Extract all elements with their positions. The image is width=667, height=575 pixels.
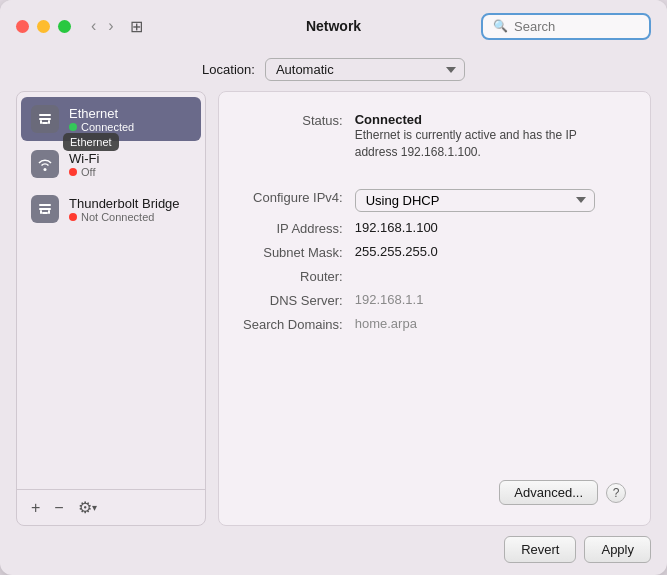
info-grid: Status: Connected Ethernet is currently …	[243, 112, 626, 332]
content-area: Ethernet Connected Ethernet	[0, 91, 667, 526]
location-bar: Location: Automatic Home Work	[0, 52, 667, 91]
thunderbolt-text: Thunderbolt Bridge Not Connected	[69, 196, 180, 223]
subnet-value: 255.255.255.0	[355, 244, 626, 259]
configure-row: Using DHCP Manually Using BOOTP	[355, 189, 626, 212]
thunderbolt-status-dot	[69, 213, 77, 221]
bottom-bar: Revert Apply	[0, 526, 667, 575]
configure-ipv4-select[interactable]: Using DHCP Manually Using BOOTP	[355, 189, 595, 212]
panel-bottom-row: Advanced... ?	[243, 480, 626, 505]
subnet-label: Subnet Mask:	[243, 244, 343, 260]
dns-label: DNS Server:	[243, 292, 343, 308]
status-description: Ethernet is currently active and has the…	[355, 128, 577, 159]
help-button[interactable]: ?	[606, 483, 626, 503]
gear-dropdown-button[interactable]: ⚙ ▾	[72, 496, 103, 519]
svg-rect-5	[39, 204, 51, 206]
status-label: Status:	[243, 112, 343, 128]
close-button[interactable]	[16, 20, 29, 33]
ethernet-icon	[31, 105, 59, 133]
svg-rect-1	[39, 118, 51, 120]
sidebar-item-ethernet[interactable]: Ethernet Connected Ethernet	[21, 97, 201, 141]
back-button[interactable]: ‹	[87, 15, 100, 37]
sidebar-list: Ethernet Connected Ethernet	[17, 92, 205, 489]
window-title: Network	[306, 18, 361, 34]
ethernet-status-dot	[69, 123, 77, 131]
svg-rect-9	[48, 210, 50, 214]
main-spacer	[243, 332, 626, 480]
search-box: 🔍	[481, 13, 651, 40]
add-network-button[interactable]: +	[25, 497, 46, 519]
thunderbolt-status: Not Connected	[69, 211, 180, 223]
ethernet-tooltip: Ethernet	[63, 133, 119, 151]
thunderbolt-name: Thunderbolt Bridge	[69, 196, 180, 211]
sidebar-footer: + − ⚙ ▾	[17, 489, 205, 525]
domains-label: Search Domains:	[243, 316, 343, 332]
sidebar: Ethernet Connected Ethernet	[16, 91, 206, 526]
svg-rect-3	[40, 120, 42, 124]
svg-rect-8	[40, 210, 42, 214]
remove-network-button[interactable]: −	[48, 497, 69, 519]
domains-value: home.arpa	[355, 316, 626, 331]
search-icon: 🔍	[493, 19, 508, 33]
gear-icon: ⚙	[78, 498, 92, 517]
router-label: Router:	[243, 268, 343, 284]
chevron-down-icon: ▾	[92, 502, 97, 513]
main-window: ‹ › ⊞ Network 🔍 Location: Automatic Home…	[0, 0, 667, 575]
svg-rect-2	[42, 122, 48, 124]
ethernet-name: Ethernet	[69, 106, 134, 121]
advanced-button[interactable]: Advanced...	[499, 480, 598, 505]
svg-rect-4	[48, 120, 50, 124]
minimize-button[interactable]	[37, 20, 50, 33]
sidebar-item-thunderbolt[interactable]: Thunderbolt Bridge Not Connected	[21, 187, 201, 231]
svg-rect-0	[39, 114, 51, 116]
nav-buttons: ‹ ›	[87, 15, 118, 37]
search-input[interactable]	[514, 19, 639, 34]
svg-rect-6	[39, 208, 51, 210]
spacer-1	[243, 169, 626, 181]
ethernet-text: Ethernet Connected	[69, 106, 134, 133]
location-select[interactable]: Automatic Home Work	[265, 58, 465, 81]
location-label: Location:	[202, 62, 255, 77]
svg-rect-7	[42, 212, 48, 214]
wifi-name: Wi-Fi	[69, 151, 99, 166]
apply-button[interactable]: Apply	[584, 536, 651, 563]
wifi-text: Wi-Fi Off	[69, 151, 99, 178]
ethernet-status: Connected	[69, 121, 134, 133]
ip-value: 192.168.1.100	[355, 220, 626, 235]
wifi-icon	[31, 150, 59, 178]
status-value-container: Connected Ethernet is currently active a…	[355, 112, 626, 161]
wifi-status: Off	[69, 166, 99, 178]
revert-button[interactable]: Revert	[504, 536, 576, 563]
dns-value: 192.168.1.1	[355, 292, 626, 307]
status-value: Connected	[355, 112, 422, 127]
thunderbolt-icon	[31, 195, 59, 223]
wifi-status-dot	[69, 168, 77, 176]
window-controls	[16, 20, 71, 33]
configure-label: Configure IPv4:	[243, 189, 343, 205]
grid-icon[interactable]: ⊞	[130, 17, 143, 36]
main-panel: Status: Connected Ethernet is currently …	[218, 91, 651, 526]
forward-button[interactable]: ›	[104, 15, 117, 37]
ip-label: IP Address:	[243, 220, 343, 236]
maximize-button[interactable]	[58, 20, 71, 33]
titlebar: ‹ › ⊞ Network 🔍	[0, 0, 667, 52]
